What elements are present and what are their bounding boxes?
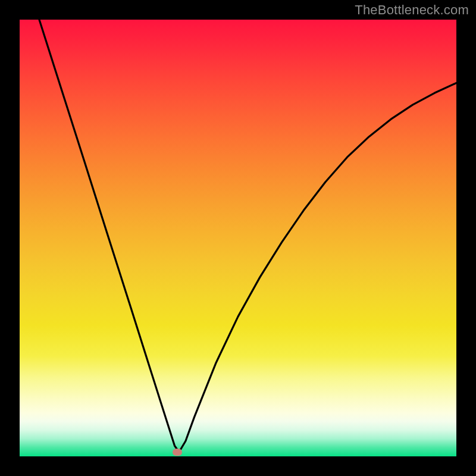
bottleneck-curve xyxy=(20,20,456,456)
curve-path xyxy=(39,20,456,452)
watermark-text: TheBottleneck.com xyxy=(355,2,469,18)
optimal-point-marker xyxy=(173,449,182,456)
plot-area xyxy=(20,20,456,456)
chart-frame: TheBottleneck.com xyxy=(0,0,476,476)
